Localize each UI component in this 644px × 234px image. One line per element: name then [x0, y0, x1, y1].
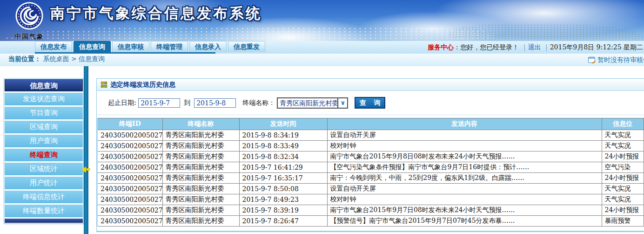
sidebar-item-区域查询[interactable]: 区域查询 — [5, 121, 83, 133]
table-cell: 天气实况 — [602, 130, 644, 141]
table-cell: 24小时预报 — [602, 151, 644, 162]
table-cell: 【空气污染气象条件预报】南宁市气象台9月7日16时提供：预计…… — [327, 162, 602, 173]
date-from-input[interactable] — [138, 98, 180, 108]
sidebar-item-终端信息统计[interactable]: 终端信息统计 — [5, 191, 83, 203]
column-header: 发送时间 — [239, 118, 327, 130]
table-cell: 240305002005027 — [97, 130, 162, 141]
table-row[interactable]: 240305002005027青秀区南阳新光村委2015-9-8 8:32:34… — [97, 151, 644, 162]
separator: | — [545, 43, 548, 51]
table-cell: 天气实况 — [602, 194, 644, 205]
sidebar-item-区域统计[interactable]: 区域统计 — [5, 163, 83, 175]
table-row[interactable]: 240305002005027青秀区南阳新光村委2015-9-7 16:41:2… — [97, 162, 644, 173]
page-title: 南宁市气象综合信息发布系统 — [50, 4, 262, 23]
table-cell: 24小时预报 — [602, 205, 644, 216]
pending-review-text: 暂时没有待审核信息 — [597, 56, 644, 63]
collapse-handle-tail — [86, 168, 90, 171]
table-row[interactable]: 240305002005027青秀区南阳新光村委2015-9-7 8:26:47… — [97, 216, 644, 227]
table-cell: 设置自动开关屏 — [327, 184, 602, 194]
table-cell: 设置自动开关屏 — [327, 130, 602, 141]
panel-header: 选定终端发送历史信息 — [97, 79, 644, 91]
table-row[interactable]: 240305002005027青秀区南阳新光村委2015-9-7 8:49:23… — [97, 194, 644, 205]
grass-field-image — [0, 27, 493, 41]
table-cell: 2015-9-8 8:33:49 — [239, 141, 327, 151]
table-cell: 2015-9-7 8:49:23 — [239, 194, 327, 205]
terminal-name-label: 终端名称： — [242, 99, 275, 107]
banner: 中国气象 南宁市气象综合信息发布系统 — [0, 0, 644, 41]
column-header: 终端名称 — [162, 118, 239, 130]
table-cell: 南宁市气象台2015年9月8日08时发布未来24小时天气预报…… — [327, 151, 602, 162]
panel-title: 选定终端发送历史信息 — [110, 81, 175, 89]
table-cell: 2015-9-7 8:26:47 — [239, 216, 327, 227]
table-cell: 校对时钟 — [327, 141, 602, 151]
service-center-label: 服务中心 — [428, 43, 454, 51]
table-cell: 240305002005027 — [97, 141, 162, 151]
query-button[interactable]: 查 询 — [355, 97, 385, 109]
table-cell: 青秀区南阳新光村委 — [162, 151, 239, 162]
sidebar-item-用户查询[interactable]: 用户查询 — [5, 135, 83, 147]
table-cell: 2015-9-8 8:34:19 — [239, 130, 327, 141]
table-cell: 【预警信号】南宁市气象台2015年9月7日07时45分发布暴…… — [327, 216, 602, 227]
table-cell: 天气实况 — [602, 184, 644, 194]
table-row[interactable]: 240305002005027青秀区南阳新光村委2015-9-8 8:33:49… — [97, 141, 644, 151]
sidebar-item-发送状态查询[interactable]: 发送状态查询 — [5, 93, 83, 105]
table-cell: 2015-9-8 8:32:34 — [239, 151, 327, 162]
breadcrumb-path[interactable]: 系统桌面 > 信息查询 — [43, 55, 105, 62]
history-panel: 选定终端发送历史信息 起止日期: 到 终端名称： 青秀区南阳新光村委 ∨ 查 询… — [96, 78, 644, 232]
separator: | — [523, 43, 526, 51]
sidebar-item-终端数量统计[interactable]: 终端数量统计 — [5, 205, 83, 217]
table-header-row: 终端ID终端名称发送时间发送内容信息位 — [97, 118, 644, 130]
tab-信息发布[interactable]: 信息发布 — [35, 41, 72, 52]
column-header: 发送内容 — [327, 118, 602, 130]
table-body: 240305002005027青秀区南阳新光村委2015-9-8 8:34:19… — [97, 130, 644, 227]
table-row[interactable]: 240305002005027青秀区南阳新光村委2015-9-7 8:50:08… — [97, 184, 644, 194]
tab-终端管理[interactable]: 终端管理 — [151, 41, 188, 52]
table-cell: 240305002005027 — [97, 151, 162, 162]
cma-logo-icon — [15, 1, 44, 30]
query-form: 起止日期: 到 终端名称： 青秀区南阳新光村委 ∨ 查 询 — [97, 91, 644, 115]
sidebar-item-终端查询[interactable]: 终端查询 — [5, 149, 83, 161]
table-cell: 南宁市气象台2015年9月7日08时发布未来24小时天气预报…… — [327, 205, 602, 216]
table-cell: 240305002005027 — [97, 205, 162, 216]
date-to-input[interactable] — [194, 98, 236, 108]
greeting-text: ：您好，您已经登录！ — [454, 43, 519, 51]
table-cell: 2015-9-7 16:41:29 — [239, 162, 327, 173]
sidebar-footer — [5, 219, 83, 223]
session-info: 服务中心：您好，您已经登录！ |退出 |2015年9月8日 9:12:25 星期… — [428, 41, 643, 54]
column-header: 终端ID — [97, 118, 162, 130]
grid-icon — [101, 82, 107, 88]
table-cell: 24小时预报 — [602, 173, 644, 184]
sidebar-item-用户统计[interactable]: 用户统计 — [5, 177, 83, 189]
column-header: 信息位 — [602, 118, 644, 130]
tab-信息重发[interactable]: 信息重发 — [228, 41, 265, 52]
dropdown-chevron-icon[interactable]: ∨ — [337, 98, 347, 108]
collapse-sidebar-arrow-icon[interactable] — [81, 166, 86, 173]
table-cell: 青秀区南阳新光村委 — [162, 205, 239, 216]
sidebar: 信息查询 发送状态查询节目查询区域查询用户查询终端查询区域统计用户统计终端信息统… — [4, 78, 84, 224]
logout-link[interactable]: 退出 — [528, 43, 541, 51]
table-cell: 240305002005027 — [97, 194, 162, 205]
table-cell: 天气实况 — [602, 141, 644, 151]
tab-信息查询[interactable]: 信息查询 — [74, 41, 111, 52]
table-row[interactable]: 240305002005027青秀区南阳新光村委2015-9-8 8:34:19… — [97, 130, 644, 141]
terminal-select[interactable]: 青秀区南阳新光村委 ∨ — [277, 97, 348, 109]
table-cell: 240305002005027 — [97, 162, 162, 173]
note-pencil-icon — [588, 57, 595, 63]
breadcrumb-prefix: 当前位置： — [8, 55, 41, 62]
table-cell: 青秀区南阳新光村委 — [162, 216, 239, 227]
cma-logo: 中国气象 — [8, 1, 50, 41]
table-cell: 青秀区南阳新光村委 — [162, 130, 239, 141]
table-cell: 240305002005027 — [97, 216, 162, 227]
sidebar-item-节目查询[interactable]: 节目查询 — [5, 107, 83, 119]
table-cell: 2015-9-7 8:39:19 — [239, 205, 327, 216]
tab-信息录入[interactable]: 信息录入 — [189, 41, 227, 52]
table-row[interactable]: 240305002005027青秀区南阳新光村委2015-9-7 16:35:1… — [97, 173, 644, 184]
nav-tabs: 信息发布信息查询信息审核终端管理信息录入信息重发 — [35, 41, 265, 52]
datetime-text: 2015年9月8日 9:12:25 星期二 — [550, 43, 643, 51]
sidebar-divider — [84, 66, 88, 234]
table-cell: 青秀区南阳新光村委 — [162, 141, 239, 151]
table-cell: 240305002005027 — [97, 184, 162, 194]
tab-信息审核[interactable]: 信息审核 — [112, 41, 149, 52]
table-row[interactable]: 240305002005027青秀区南阳新光村委2015-9-7 8:39:19… — [97, 205, 644, 216]
table-cell: 空气污染 — [602, 162, 644, 173]
table-cell: 南宁：今晚到明天，中雨，25到29度，偏东风1到2级。白露踹…… — [327, 173, 602, 184]
